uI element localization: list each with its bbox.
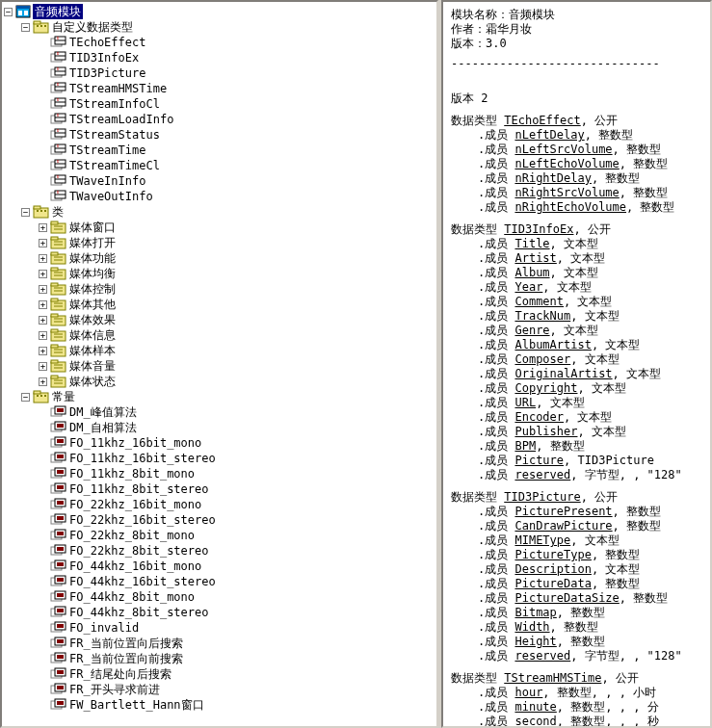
tree-item[interactable]: FR_开头寻求前进 <box>4 682 435 697</box>
tree-item[interactable]: FO_44khz_8bit_mono <box>4 589 435 605</box>
tree-item[interactable]: DTStreamStatus <box>4 127 435 143</box>
tree-item-label[interactable]: TEchoEffect <box>67 35 147 50</box>
tree-item[interactable]: FO_44khz_8bit_stereo <box>4 605 435 620</box>
tree-item-label[interactable]: TStreamStatus <box>67 127 162 143</box>
tree-item-label[interactable]: 媒体窗口 <box>67 220 118 235</box>
tree-item-label[interactable]: FO_22khz_16bit_mono <box>67 497 203 512</box>
expand-icon[interactable] <box>39 285 47 294</box>
tree-item-label[interactable]: TID3InfoEx <box>67 50 141 65</box>
expand-icon[interactable] <box>39 270 47 278</box>
tree-item[interactable]: 媒体效果 <box>4 312 435 327</box>
expand-icon[interactable] <box>39 223 47 232</box>
tree-item[interactable]: FO_11khz_8bit_mono <box>4 466 435 481</box>
expand-icon[interactable] <box>39 347 47 355</box>
tree-item[interactable]: 媒体样本 <box>4 343 435 358</box>
tree-item-label[interactable]: TStreamTimeCl <box>67 158 162 173</box>
tree-item-label[interactable]: 类 <box>50 204 66 220</box>
tree-item-label[interactable]: FO_11khz_16bit_mono <box>67 435 203 451</box>
collapse-icon[interactable] <box>21 393 30 402</box>
tree-item[interactable]: DTWaveInInfo <box>4 173 435 189</box>
tree-item-label[interactable]: FO_invalid <box>67 620 141 636</box>
tree-item-label[interactable]: FW_Bartlett_Hann窗口 <box>67 697 206 713</box>
tree-item[interactable]: DTEchoEffect <box>4 35 435 50</box>
tree-item[interactable]: 媒体窗口 <box>4 220 435 235</box>
collapse-icon[interactable] <box>4 8 13 16</box>
expand-icon[interactable] <box>39 362 47 371</box>
tree-item[interactable]: FW_Bartlett_Hann窗口 <box>4 697 435 713</box>
tree-item[interactable]: 媒体状态 <box>4 374 435 389</box>
tree-item-label[interactable]: 媒体功能 <box>67 250 118 266</box>
tree-item[interactable]: 音频模块 <box>4 4 435 19</box>
expand-icon[interactable] <box>39 316 47 325</box>
tree-item[interactable]: FR_结尾处向后搜索 <box>4 666 435 682</box>
expand-icon[interactable] <box>39 331 47 340</box>
expand-icon[interactable] <box>39 254 47 263</box>
tree-item-label[interactable]: FR_当前位置向前搜索 <box>67 651 185 666</box>
tree-item-label[interactable]: TWaveOutInfo <box>67 189 155 204</box>
expand-icon[interactable] <box>39 377 47 386</box>
tree-item[interactable]: 媒体功能 <box>4 250 435 266</box>
tree-item-label[interactable]: 媒体状态 <box>67 374 118 389</box>
tree-item-label[interactable]: TStreamLoadInfo <box>67 112 175 127</box>
tree-item-label[interactable]: 媒体打开 <box>67 235 118 250</box>
info-panel[interactable]: 模块名称：音频模块作者：霜华月妆版本：3.0------------------… <box>441 0 712 728</box>
tree-item-label[interactable]: 音频模块 <box>33 4 83 19</box>
tree-item[interactable]: 媒体控制 <box>4 281 435 297</box>
collapse-icon[interactable] <box>21 208 30 217</box>
tree-item-label[interactable]: 自定义数据类型 <box>50 19 135 35</box>
tree-item-label[interactable]: TStreamInfoCl <box>67 96 162 112</box>
tree-item[interactable]: FO_22khz_16bit_stereo <box>4 512 435 528</box>
tree-item-label[interactable]: FO_44khz_8bit_stereo <box>67 605 211 620</box>
tree-item[interactable]: DM_峰值算法 <box>4 404 435 420</box>
tree-item[interactable]: FO_22khz_8bit_mono <box>4 528 435 543</box>
tree-item[interactable]: 类 <box>4 204 435 220</box>
tree-item[interactable]: FR_当前位置向后搜索 <box>4 636 435 651</box>
tree-item-label[interactable]: DM_峰值算法 <box>67 404 139 420</box>
tree-item-label[interactable]: 媒体效果 <box>67 312 118 327</box>
tree-panel[interactable]: 音频模块自定义数据类型DTEchoEffectDTID3InfoExDTID3P… <box>0 0 438 728</box>
tree-item-label[interactable]: 常量 <box>50 389 77 404</box>
tree-item-label[interactable]: TStreamHMSTime <box>67 81 169 96</box>
tree-item-label[interactable]: TID3Picture <box>67 65 147 81</box>
tree-item-label[interactable]: FR_结尾处向后搜索 <box>67 666 173 682</box>
tree-item-label[interactable]: FO_44khz_16bit_mono <box>67 559 203 574</box>
tree-item[interactable]: DTStreamTime <box>4 143 435 158</box>
tree-item[interactable]: FR_当前位置向前搜索 <box>4 651 435 666</box>
tree-item[interactable]: DTID3InfoEx <box>4 50 435 65</box>
tree-item[interactable]: FO_44khz_16bit_stereo <box>4 574 435 589</box>
tree-item[interactable]: DM_自相算法 <box>4 420 435 435</box>
tree-item[interactable]: 媒体均衡 <box>4 266 435 281</box>
tree-item-label[interactable]: TWaveInInfo <box>67 173 147 189</box>
tree-item-label[interactable]: FO_11khz_8bit_stereo <box>67 481 211 497</box>
module-tree[interactable]: 音频模块自定义数据类型DTEchoEffectDTID3InfoExDTID3P… <box>2 2 436 715</box>
tree-item[interactable]: DTWaveOutInfo <box>4 189 435 204</box>
tree-item-label[interactable]: 媒体音量 <box>67 358 118 374</box>
collapse-icon[interactable] <box>21 23 30 32</box>
tree-item[interactable]: 自定义数据类型 <box>4 19 435 35</box>
tree-item-label[interactable]: 媒体其他 <box>67 297 118 312</box>
tree-item-label[interactable]: FO_11khz_8bit_mono <box>67 466 197 481</box>
expand-icon[interactable] <box>39 300 47 309</box>
tree-item[interactable]: FO_11khz_16bit_stereo <box>4 451 435 466</box>
tree-item[interactable]: DTStreamHMSTime <box>4 81 435 96</box>
tree-item[interactable]: DTID3Picture <box>4 65 435 81</box>
tree-item-label[interactable]: FR_开头寻求前进 <box>67 682 162 697</box>
tree-item-label[interactable]: 媒体控制 <box>67 281 118 297</box>
tree-item-label[interactable]: TStreamTime <box>67 143 147 158</box>
tree-item[interactable]: 媒体打开 <box>4 235 435 250</box>
tree-item-label[interactable]: 媒体均衡 <box>67 266 118 281</box>
tree-item[interactable]: FO_11khz_16bit_mono <box>4 435 435 451</box>
tree-item-label[interactable]: FO_22khz_8bit_stereo <box>67 543 211 559</box>
tree-item[interactable]: 媒体其他 <box>4 297 435 312</box>
tree-item[interactable]: DTStreamLoadInfo <box>4 112 435 127</box>
tree-item[interactable]: FO_11khz_8bit_stereo <box>4 481 435 497</box>
tree-item-label[interactable]: DM_自相算法 <box>67 420 139 435</box>
tree-item[interactable]: 常量 <box>4 389 435 404</box>
tree-item[interactable]: 媒体音量 <box>4 358 435 374</box>
tree-item[interactable]: DTStreamTimeCl <box>4 158 435 173</box>
tree-item[interactable]: FO_44khz_16bit_mono <box>4 559 435 574</box>
tree-item[interactable]: FO_invalid <box>4 620 435 636</box>
tree-item-label[interactable]: FR_当前位置向后搜索 <box>67 636 185 651</box>
tree-item[interactable]: DTStreamInfoCl <box>4 96 435 112</box>
tree-item-label[interactable]: FO_22khz_16bit_stereo <box>67 512 218 528</box>
